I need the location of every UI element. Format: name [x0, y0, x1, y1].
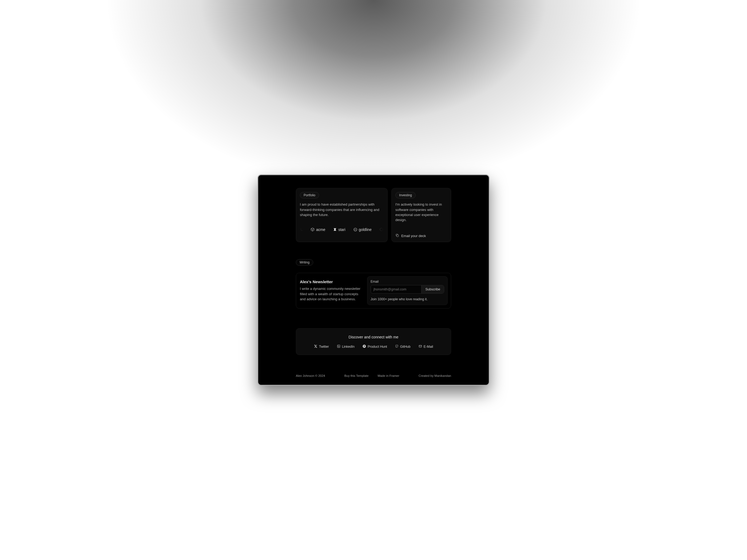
- email-icon: [419, 345, 422, 349]
- page-frame: Portfolio I am proud to have established…: [257, 175, 490, 385]
- newsletter-title: Alex's Newsletter: [300, 279, 363, 284]
- connect-title: Discover and connect with me: [300, 335, 447, 339]
- footer: Alex Johnson © 2024 Buy this Template Ma…: [296, 374, 451, 377]
- svg-point-4: [338, 346, 338, 346]
- stari-icon: [333, 228, 337, 231]
- email-social-label: E-Mail: [424, 345, 433, 349]
- portfolio-text: I am proud to have established partnersh…: [300, 202, 384, 217]
- portfolio-pill: Portfolio: [300, 192, 319, 198]
- email-field[interactable]: [371, 285, 421, 293]
- email-deck-link[interactable]: Email your deck: [395, 234, 447, 238]
- logo-acme: acme: [311, 228, 325, 232]
- investing-pill: Investing: [395, 192, 416, 198]
- twitter-icon: [314, 345, 317, 349]
- social-links: Twitter LinkedIn Product Hunt: [300, 345, 447, 349]
- linkedin-label: LinkedIn: [342, 345, 355, 349]
- github-icon: [395, 345, 398, 349]
- newsletter-info: Alex's Newsletter I write a dynamic comm…: [299, 276, 363, 305]
- svg-point-1: [380, 228, 383, 231]
- acme-icon: [311, 228, 314, 232]
- producthunt-icon: [363, 345, 366, 349]
- email-deck-label: Email your deck: [401, 234, 426, 238]
- email-label: Email: [370, 280, 444, 284]
- footer-copyright: Alex Johnson © 2024: [296, 374, 325, 377]
- writing-pill: Writing: [296, 259, 313, 266]
- social-email[interactable]: E-Mail: [419, 345, 433, 349]
- portfolio-card: Portfolio I am proud to have established…: [296, 188, 388, 242]
- footer-middle: Buy this Template Made in Framer: [344, 374, 400, 377]
- copy-icon: [395, 234, 399, 238]
- newsletter-card: Alex's Newsletter I write a dynamic comm…: [296, 273, 451, 309]
- newsletter-form: Email Subscribe Join 1000+ people who lo…: [367, 276, 448, 305]
- social-twitter[interactable]: Twitter: [314, 345, 329, 349]
- logo-goldline-label: goldline: [359, 228, 371, 232]
- producthunt-label: Product Hunt: [368, 345, 387, 349]
- logo-acme-label: acme: [316, 228, 325, 232]
- email-input-row: Subscribe: [370, 285, 444, 294]
- subscribe-button[interactable]: Subscribe: [421, 285, 444, 293]
- content-wrapper: Portfolio I am proud to have established…: [296, 188, 451, 377]
- social-github[interactable]: GitHub: [395, 345, 411, 349]
- social-producthunt[interactable]: Product Hunt: [363, 345, 387, 349]
- github-label: GitHub: [400, 345, 411, 349]
- logo-stari-label: stari: [338, 228, 345, 232]
- partner-logos: L acme stari: [300, 228, 384, 232]
- connect-card: Discover and connect with me Twitter Lin…: [296, 328, 451, 355]
- newsletter-desc: I write a dynamic community newsletter f…: [300, 286, 363, 302]
- footer-buy-link[interactable]: Buy this Template: [344, 374, 369, 377]
- logo-edge-left: L: [301, 228, 303, 232]
- twitter-label: Twitter: [319, 345, 329, 349]
- footer-made-link[interactable]: Made in Framer: [378, 374, 399, 377]
- investing-text: I'm actively looking to invest in softwa…: [395, 202, 447, 222]
- top-row: Portfolio I am proud to have established…: [296, 188, 451, 242]
- logo-edge-right: [380, 228, 383, 231]
- join-text: Join 1000+ people who love reading it.: [370, 297, 444, 301]
- goldline-icon: [354, 228, 357, 232]
- logo-stari: stari: [333, 228, 345, 232]
- svg-rect-2: [397, 235, 398, 237]
- writing-section: Writing Alex's Newsletter I write a dyna…: [296, 259, 451, 309]
- linkedin-icon: [337, 345, 340, 349]
- investing-card: Investing I'm actively looking to invest…: [391, 188, 451, 242]
- social-linkedin[interactable]: LinkedIn: [337, 345, 355, 349]
- logo-goldline: goldline: [354, 228, 371, 232]
- footer-author-link[interactable]: Created by Manikandan: [419, 374, 451, 377]
